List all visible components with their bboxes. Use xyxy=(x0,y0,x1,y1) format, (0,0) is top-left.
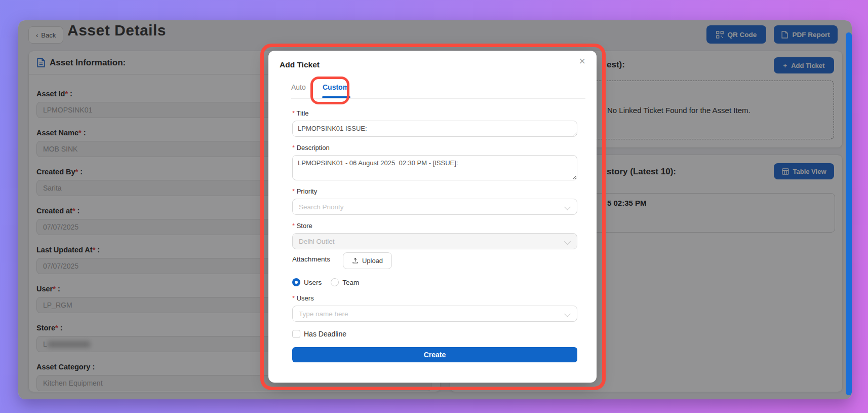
upload-icon xyxy=(352,257,359,264)
tabs-divider xyxy=(291,98,585,99)
scrollbar-thumb[interactable] xyxy=(846,32,852,395)
title-textarea[interactable]: LPMOPSINK01 ISSUE: xyxy=(292,121,577,137)
radio-selected-icon[interactable] xyxy=(292,278,300,286)
chevron-down-icon xyxy=(564,204,571,210)
radio-unselected-icon[interactable] xyxy=(331,278,339,286)
has-deadline-option[interactable]: Has Deadline xyxy=(292,330,346,338)
users-field-label: * Users xyxy=(292,294,314,302)
deadline-row: Has Deadline xyxy=(292,330,346,338)
assignee-radio-group: Users Team xyxy=(292,278,359,286)
chevron-down-icon xyxy=(564,238,571,245)
title-label: * Title xyxy=(292,109,309,117)
description-textarea[interactable]: LPMOPSINK01 - 06 August 2025 02:30 PM - … xyxy=(292,155,577,180)
screenshot-stage: ‹ Back Asset Details QR Code xyxy=(0,0,868,413)
description-label: * Description xyxy=(292,144,330,152)
modal-title: Add Ticket xyxy=(280,60,320,69)
radio-option-users[interactable]: Users xyxy=(292,278,322,286)
add-ticket-modal: Add Ticket × Auto Custom * Title LPMOPSI… xyxy=(268,51,597,383)
priority-label: * Priority xyxy=(292,187,317,195)
close-icon[interactable]: × xyxy=(579,56,585,67)
attachments-label: Attachments xyxy=(292,255,330,263)
store-field-label: * Store xyxy=(292,222,312,230)
users-select[interactable]: Type name here xyxy=(292,306,577,322)
priority-select[interactable]: Search Priority xyxy=(292,199,577,215)
radio-option-team[interactable]: Team xyxy=(331,278,359,286)
active-tab-underline xyxy=(322,96,350,98)
store-select: Delhi Outlet xyxy=(292,233,577,249)
upload-button[interactable]: Upload xyxy=(343,252,392,269)
create-button[interactable]: Create xyxy=(292,347,577,362)
chevron-down-icon xyxy=(564,311,571,317)
tab-custom[interactable]: Custom xyxy=(323,83,349,91)
tab-auto[interactable]: Auto xyxy=(291,83,306,91)
checkbox-icon[interactable] xyxy=(292,330,300,338)
